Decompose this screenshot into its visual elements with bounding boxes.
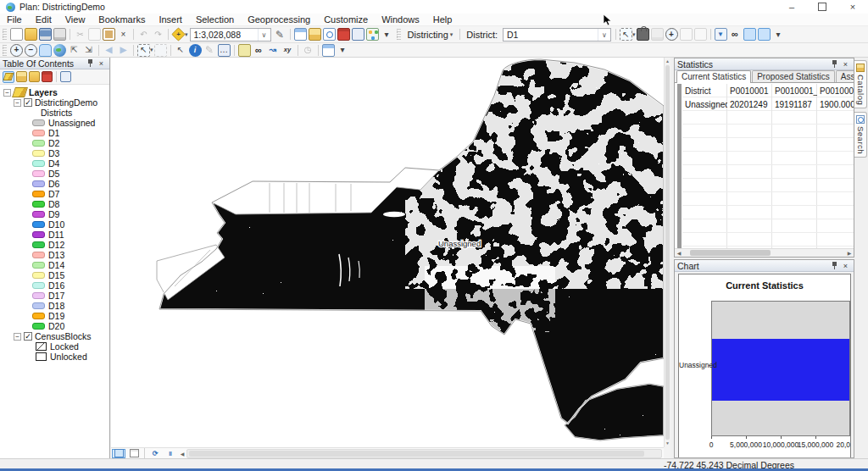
- toolbar-overflow-icon[interactable]: ▾: [381, 28, 393, 41]
- census-blocks-expander-icon[interactable]: −: [14, 333, 21, 341]
- catalog-window-icon[interactable]: [309, 28, 321, 41]
- editor-toolbar-icon[interactable]: ✎: [274, 28, 287, 41]
- menu-edit[interactable]: Edit: [29, 14, 58, 26]
- tools-overflow-icon[interactable]: ▾: [337, 44, 349, 57]
- locked-swatch[interactable]: [36, 342, 47, 351]
- legend-swatch[interactable]: [32, 292, 45, 299]
- forward-extent-icon[interactable]: ▶: [117, 44, 130, 57]
- scroll-down-icon[interactable]: ▼: [665, 440, 670, 447]
- legend-item-d4[interactable]: D4: [0, 158, 109, 169]
- legend-swatch[interactable]: [32, 272, 45, 279]
- legend-swatch[interactable]: [32, 170, 45, 177]
- open-icon[interactable]: [25, 28, 37, 41]
- layers-root-label[interactable]: Layers: [29, 87, 58, 97]
- close-button[interactable]: ×: [837, 0, 868, 14]
- layout-view-button[interactable]: [127, 449, 141, 458]
- district-combo-arrow[interactable]: ∨: [598, 29, 610, 41]
- arctoolbox-icon[interactable]: [337, 28, 350, 41]
- create-viewer-window-icon[interactable]: [322, 44, 335, 57]
- table-row-unassigned[interactable]: Unassigned 20201249 19191187 1900.00089.…: [682, 97, 854, 111]
- hyperlink-icon[interactable]: ✎: [203, 44, 216, 57]
- unlocked-swatch[interactable]: [36, 352, 47, 361]
- modelbuilder-icon[interactable]: [366, 28, 379, 41]
- toc-close-button[interactable]: ×: [96, 58, 107, 69]
- legend-swatch[interactable]: [32, 221, 45, 228]
- legend-item-d3[interactable]: D3: [0, 148, 109, 158]
- legend-swatch[interactable]: [32, 191, 45, 197]
- legend-item-unlocked[interactable]: Unlocked: [0, 352, 109, 362]
- table-of-contents-window-icon[interactable]: [294, 28, 307, 41]
- select-elements-icon[interactable]: ↖: [175, 44, 187, 57]
- measure-icon[interactable]: [238, 44, 251, 57]
- legend-item-d14[interactable]: D14: [0, 260, 109, 270]
- legend-swatch[interactable]: [32, 302, 45, 309]
- find-icon[interactable]: ∞: [253, 44, 265, 57]
- menu-view[interactable]: View: [58, 14, 92, 26]
- map-scale-dropdown-arrow[interactable]: ∨: [258, 29, 270, 41]
- legend-swatch[interactable]: [32, 160, 45, 167]
- legend-item-unassigned[interactable]: Unassigned: [0, 118, 109, 128]
- toc-pin-button[interactable]: [85, 58, 96, 69]
- list-by-source-icon[interactable]: [16, 71, 27, 82]
- assign-selection-icon[interactable]: ↖: [620, 28, 632, 41]
- legend-swatch[interactable]: [32, 313, 45, 319]
- legend-item-d8[interactable]: D8: [0, 199, 109, 209]
- pan-icon[interactable]: [39, 44, 52, 57]
- statistics-pin-button[interactable]: [829, 59, 840, 69]
- minimize-button[interactable]: –: [776, 0, 807, 14]
- legend-swatch[interactable]: [32, 323, 45, 330]
- legend-item-locked[interactable]: Locked: [0, 341, 109, 352]
- legend-item-d9[interactable]: D9: [0, 209, 109, 219]
- new-document-icon[interactable]: [10, 28, 23, 41]
- statistics-close-button[interactable]: ×: [840, 59, 851, 69]
- legend-item-d16[interactable]: D16: [0, 280, 109, 291]
- layers-root-row[interactable]: − Layers: [0, 87, 109, 97]
- back-extent-icon[interactable]: ◀: [103, 44, 115, 57]
- legend-item-d15[interactable]: D15: [0, 270, 109, 280]
- legend-swatch[interactable]: [32, 119, 45, 126]
- toc-options-icon[interactable]: [60, 71, 71, 82]
- stats-scroll-left-icon[interactable]: ◀: [675, 250, 683, 256]
- menu-customize[interactable]: Customize: [317, 14, 375, 26]
- select-features-icon[interactable]: ↖: [137, 44, 150, 57]
- update-district-icon[interactable]: ▼: [715, 28, 727, 41]
- menu-bookmarks[interactable]: Bookmarks: [92, 14, 152, 26]
- legend-item-d13[interactable]: D13: [0, 250, 109, 260]
- lock-district-icon[interactable]: [637, 28, 649, 41]
- map-vertical-scrollbar[interactable]: ▲ ▼: [664, 58, 670, 447]
- fixed-zoom-out-icon[interactable]: ⇲: [82, 44, 95, 57]
- chart-pin-button[interactable]: [829, 261, 840, 271]
- districting-overflow-icon[interactable]: ▾: [772, 28, 785, 41]
- select-features-dropdown-arrow[interactable]: ▾: [150, 47, 153, 53]
- cut-icon[interactable]: ✂: [74, 28, 86, 41]
- legend-item-d5[interactable]: D5: [0, 169, 109, 179]
- stats-scroll-thumb[interactable]: [690, 250, 771, 256]
- find-district-icon[interactable]: ∞: [729, 28, 742, 41]
- legend-swatch[interactable]: [32, 150, 45, 157]
- unassign-icon[interactable]: [651, 28, 664, 41]
- statistics-hscrollbar[interactable]: ◀ ▶: [675, 248, 854, 257]
- map-canvas[interactable]: Unassigned: [111, 58, 664, 447]
- legend-swatch[interactable]: [32, 262, 45, 269]
- clear-selection-icon[interactable]: [154, 44, 167, 57]
- maximize-button[interactable]: [807, 0, 837, 14]
- district-combo[interactable]: D1 ∨: [503, 28, 611, 42]
- districting-toolbar-grip[interactable]: [397, 29, 401, 40]
- redo-icon[interactable]: ↷: [152, 28, 164, 41]
- python-window-icon[interactable]: [352, 28, 364, 41]
- search-side-tab[interactable]: Search: [854, 112, 867, 158]
- list-by-visibility-icon[interactable]: [29, 71, 40, 82]
- districting-menu-button[interactable]: Districting ▾: [403, 30, 458, 40]
- find-route-icon[interactable]: ↝: [267, 44, 280, 57]
- legend-swatch[interactable]: [32, 140, 45, 147]
- legend-item-d10[interactable]: D10: [0, 219, 109, 230]
- assign-selection-dropdown-arrow[interactable]: ▾: [632, 31, 636, 38]
- legend-swatch[interactable]: [32, 201, 45, 208]
- districting-demo-expander-icon[interactable]: −: [14, 99, 21, 107]
- zoom-out-icon[interactable]: −: [25, 44, 37, 57]
- toolbar-grip[interactable]: [3, 29, 7, 40]
- legend-swatch[interactable]: [32, 241, 45, 248]
- go-to-xy-icon[interactable]: xy: [281, 44, 294, 57]
- add-data-icon[interactable]: +: [171, 27, 186, 42]
- legend-item-d7[interactable]: D7: [0, 189, 109, 199]
